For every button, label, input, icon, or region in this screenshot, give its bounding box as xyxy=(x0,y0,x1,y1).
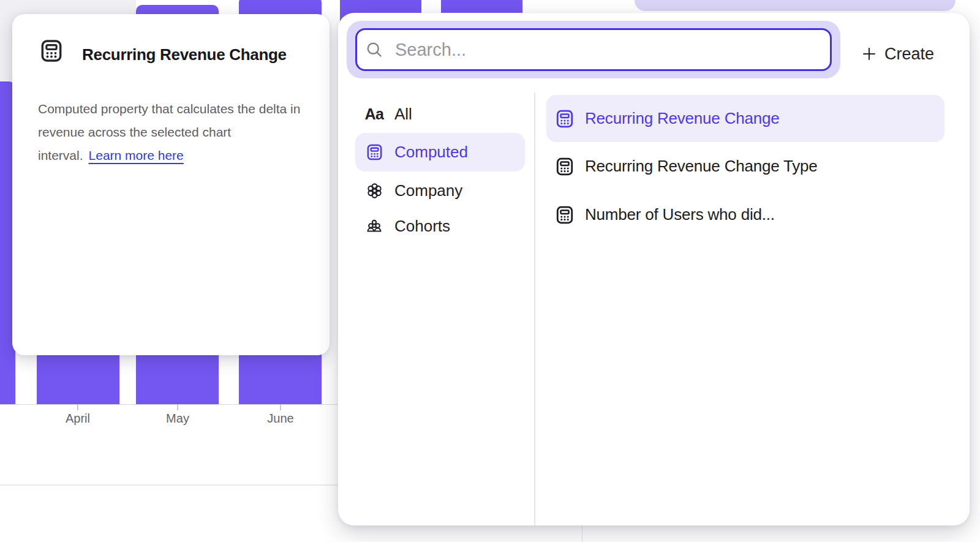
calculator-icon xyxy=(39,39,64,63)
result-label: Recurring Revenue Change Type xyxy=(585,157,818,176)
axis-tick xyxy=(177,404,178,410)
result-item[interactable]: Recurring Revenue Change xyxy=(546,95,944,142)
category-label: All xyxy=(394,105,412,124)
x-axis-label: April xyxy=(66,412,90,426)
category-label: Computed xyxy=(394,143,468,162)
search-icon xyxy=(366,41,383,58)
x-axis-label: June xyxy=(267,412,293,426)
property-tooltip-card: Recurring Revenue Change Computed proper… xyxy=(12,14,330,355)
search-focus-ring xyxy=(347,21,840,78)
search-input[interactable] xyxy=(395,40,830,60)
category-label: Cohorts xyxy=(394,217,450,236)
result-item[interactable]: Number of Users who did... xyxy=(546,191,944,238)
highlighted-property-pill xyxy=(635,0,956,11)
create-button[interactable]: Create xyxy=(856,36,948,72)
calculator-icon xyxy=(555,205,575,225)
x-axis-label: May xyxy=(166,412,189,426)
axis-tick xyxy=(280,404,281,410)
plus-icon xyxy=(862,47,876,61)
app-canvas: April May June Recurring Revenue Change … xyxy=(0,0,980,542)
calculator-icon xyxy=(365,143,383,162)
calculator-icon xyxy=(555,109,575,129)
panel-divider-line xyxy=(582,525,582,542)
result-label: Number of Users who did... xyxy=(585,205,775,224)
panel-divider-line xyxy=(0,484,337,486)
company-icon xyxy=(365,181,383,200)
category-item-computed[interactable]: Computed xyxy=(355,133,525,171)
property-picker-modal: Create Aa All Computed Company Co xyxy=(338,13,970,525)
result-item[interactable]: Recurring Revenue Change Type xyxy=(546,143,944,190)
axis-tick xyxy=(77,404,78,410)
tooltip-description: Computed property that calculates the de… xyxy=(38,97,315,167)
cohorts-icon xyxy=(365,217,383,235)
category-item-all[interactable]: Aa All xyxy=(355,95,525,133)
picker-column-divider xyxy=(534,92,535,525)
text-case-icon: Aa xyxy=(365,105,383,123)
category-item-company[interactable]: Company xyxy=(355,171,525,209)
x-axis-line xyxy=(0,404,337,405)
category-label: Company xyxy=(394,181,462,200)
search-box[interactable] xyxy=(355,28,832,71)
result-label: Recurring Revenue Change xyxy=(585,109,780,128)
calculator-icon xyxy=(555,157,575,176)
category-item-cohorts[interactable]: Cohorts xyxy=(355,207,525,245)
learn-more-link[interactable]: Learn more here xyxy=(89,148,184,162)
create-button-label: Create xyxy=(884,45,934,64)
tooltip-title: Recurring Revenue Change xyxy=(82,45,287,64)
